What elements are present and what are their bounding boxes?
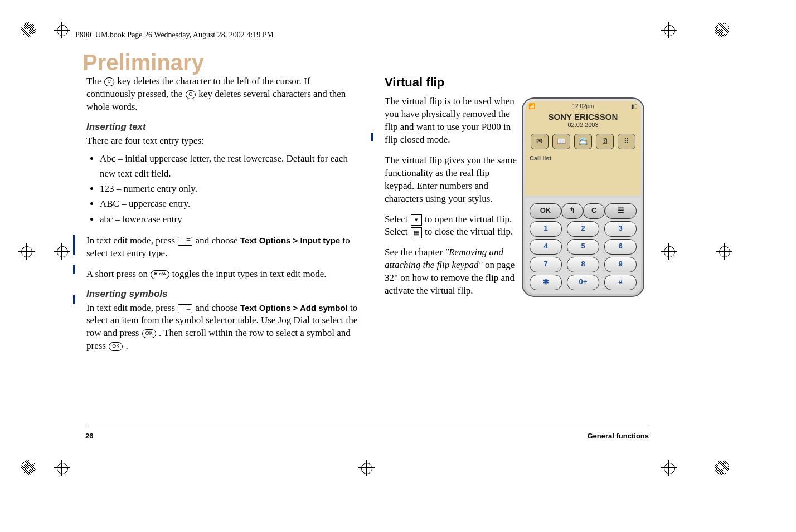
change-bar (73, 295, 75, 304)
c-key: C (583, 203, 605, 219)
c-key-icon: C (104, 77, 115, 86)
key-0: 0+ (567, 275, 599, 290)
text: See the chapter (385, 247, 445, 257)
menu-path: Text Options > Input type (240, 236, 340, 245)
list-item: 123 – numeric entry only. (100, 181, 360, 196)
list-item: ABC – uppercase entry. (100, 196, 360, 211)
ok-key: OK (530, 203, 561, 219)
back-key: ↰ (561, 203, 583, 219)
key-2: 2 (567, 221, 599, 237)
key-6: 6 (604, 239, 637, 255)
page-header: P800_UM.book Page 26 Wednesday, August 2… (75, 31, 274, 40)
close-flip-icon: ▦ (411, 227, 422, 238)
ok-key-icon: OK (109, 342, 123, 351)
virtual-flip-heading: Virtual flip (385, 75, 652, 90)
text: and choose (196, 235, 240, 246)
reg-cross (54, 243, 70, 260)
calendar-icon: 🗓 (596, 134, 614, 149)
ok-key-icon: OK (142, 329, 156, 338)
call-list-label: Call list (530, 155, 641, 162)
reg-cross (661, 243, 677, 260)
text: In text edit mode, press (86, 302, 177, 313)
text: and choose (196, 302, 240, 313)
signal-icon: 📶 (528, 103, 535, 109)
menu-key-icon: ☰ (178, 304, 192, 313)
virtual-flip-p1: The virtual flip is to be used when you … (385, 95, 521, 147)
reg-cross (716, 243, 732, 260)
clock-text: 12:02pm (572, 103, 594, 109)
reg-cross (54, 460, 70, 476)
change-bar (371, 133, 373, 141)
key-1: 1 (530, 221, 562, 237)
text: . (125, 340, 128, 351)
reg-mark (21, 22, 36, 37)
symbols-paragraph: In text edit mode, press ☰ and choose Te… (86, 302, 360, 353)
phone-illustration: 📶 12:02pm ▮▯ SONY ERICSSON 02.02.2003 ✉ … (522, 97, 644, 297)
c-key-icon: C (186, 90, 196, 99)
virtual-flip-p4: See the chapter "Removing and attaching … (385, 246, 521, 297)
reg-cross (358, 460, 375, 476)
list-item: Abc – initial uppercase letter, the rest… (100, 151, 360, 181)
key-8: 8 (567, 257, 599, 272)
inserting-symbols-heading: Inserting symbols (86, 289, 360, 300)
menu-key-icon: ☰ (178, 237, 192, 246)
key-hash: # (604, 275, 637, 290)
page-footer: 26 General functions (85, 427, 649, 440)
text: Select (385, 214, 410, 224)
reg-cross (661, 460, 677, 476)
text: In text edit mode, press (86, 235, 177, 246)
menu-path: Text Options > Add symbol (240, 303, 348, 313)
reg-mark (21, 460, 36, 475)
text-edit-paragraph: In text edit mode, press ☰ and choose Te… (86, 235, 360, 260)
brand-text: SONY ERICSSON (525, 112, 641, 121)
inserting-text-heading: Inserting text (86, 121, 360, 133)
app-icon-row: ✉ 📖 📇 🗓 ⠿ (525, 134, 641, 149)
key-star: ✱ (530, 275, 562, 290)
open-flip-icon: ▾ (411, 214, 422, 226)
reg-mark (715, 22, 729, 37)
entry-types-list: Abc – initial uppercase letter, the rest… (86, 151, 360, 227)
preliminary-watermark: Preliminary (82, 50, 204, 75)
intro-paragraph: The C key deletes the character to the l… (86, 75, 360, 114)
key-3: 3 (604, 221, 637, 237)
virtual-flip-p3: Select ▾ to open the virtual flip. Selec… (385, 213, 521, 239)
reg-cross (18, 243, 35, 260)
virtual-flip-p2: The virtual flip gives you the same func… (385, 154, 521, 206)
apps-icon: ⠿ (618, 134, 635, 149)
virtual-keypad: OK ↰ C ☰ 1 2 3 4 5 6 7 8 9 (525, 198, 641, 294)
text: A short press on (86, 269, 150, 279)
book-icon: 📖 (552, 134, 570, 149)
text: toggles the input types in text edit mod… (172, 269, 327, 279)
status-bar: 📶 12:02pm ▮▯ (525, 101, 641, 111)
contacts-icon: 📇 (574, 134, 592, 149)
inserting-text-intro: There are four text entry types: (86, 135, 360, 148)
chapter-name: General functions (587, 432, 649, 440)
list-item: abc – lowercase entry (100, 212, 360, 227)
phone-screen: 📶 12:02pm ▮▯ SONY ERICSSON 02.02.2003 ✉ … (525, 101, 641, 196)
reg-cross (661, 22, 677, 38)
page-number: 26 (85, 432, 93, 440)
text: The (86, 76, 104, 86)
date-text: 02.02.2003 (525, 121, 641, 128)
star-key-icon: ✱ a/A (151, 270, 169, 279)
key-5: 5 (567, 239, 599, 255)
text: to close the virtual flip. (425, 226, 513, 237)
battery-icon: ▮▯ (631, 103, 638, 109)
key-7: 7 (530, 257, 562, 272)
key-9: 9 (604, 257, 637, 272)
mail-icon: ✉ (531, 134, 549, 149)
reg-mark (715, 460, 729, 475)
change-bar (73, 265, 75, 274)
key-4: 4 (530, 239, 562, 255)
short-press-paragraph: A short press on ✱ a/A toggles the input… (86, 268, 360, 281)
change-bar (73, 235, 75, 255)
menu-key: ☰ (605, 203, 637, 219)
reg-cross (54, 22, 70, 38)
